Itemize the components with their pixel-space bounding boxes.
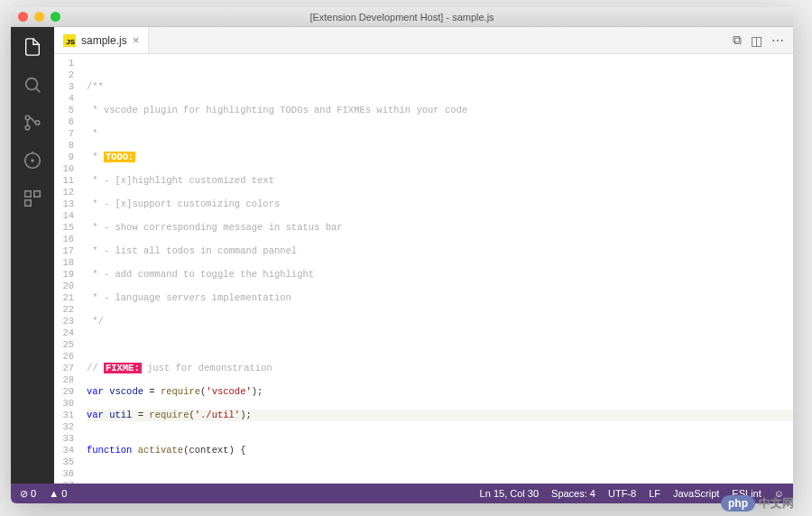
svg-point-2	[25, 115, 30, 120]
debug-icon[interactable]	[22, 150, 43, 171]
editor-window: [Extension Development Host] - sample.js…	[11, 7, 793, 503]
more-icon[interactable]: ⋯	[771, 33, 784, 48]
tab-sample-js[interactable]: JS sample.js ×	[54, 27, 149, 53]
line-number: 34	[54, 445, 74, 456]
todo-highlight: TODO:	[104, 152, 136, 162]
line-number: 6	[54, 116, 74, 128]
status-language[interactable]: JavaScript	[673, 488, 719, 499]
window-body: JS sample.js × ⧉ ◫ ⋯ 1234567891011121314…	[11, 27, 793, 484]
line-number: 28	[54, 374, 74, 386]
code-line: * - show corresponding message in status…	[87, 222, 343, 233]
line-number: 5	[54, 105, 74, 116]
code-line: * vscode plugin for highlighting TODOs a…	[87, 105, 467, 115]
svg-point-6	[32, 160, 33, 161]
code-area[interactable]: /** * vscode plugin for highlighting TOD…	[81, 54, 793, 484]
svg-rect-10	[34, 191, 40, 197]
traffic-lights	[18, 12, 60, 22]
tab-actions: ⧉ ◫ ⋯	[724, 27, 793, 53]
line-number: 7	[54, 128, 74, 140]
compare-icon[interactable]: ⧉	[733, 32, 742, 48]
line-number: 13	[54, 198, 74, 210]
search-icon[interactable]	[22, 74, 43, 96]
line-number: 11	[54, 175, 74, 187]
line-number: 19	[54, 269, 74, 281]
code-line: * - add command to toggle the highlight	[87, 269, 314, 280]
status-encoding[interactable]: UTF-8	[608, 488, 636, 499]
code-line: * - [x]support customizing colors	[87, 198, 280, 209]
line-number: 36	[54, 468, 74, 480]
line-number: 14	[54, 210, 74, 222]
line-number: 25	[54, 339, 74, 351]
tab-bar: JS sample.js × ⧉ ◫ ⋯	[54, 27, 793, 54]
status-warnings[interactable]: ▲ 0	[49, 488, 67, 499]
svg-point-4	[35, 121, 40, 125]
source-control-icon[interactable]	[22, 112, 43, 134]
status-indent[interactable]: Spaces: 4	[551, 488, 595, 499]
status-eol[interactable]: LF	[649, 488, 660, 499]
line-number: 26	[54, 351, 74, 363]
extensions-icon[interactable]	[22, 188, 43, 209]
code-line: */	[87, 316, 104, 327]
line-number: 2	[54, 69, 74, 81]
status-errors[interactable]: ⊘ 0	[20, 488, 36, 500]
line-number: 31	[54, 410, 74, 421]
svg-point-3	[25, 125, 30, 130]
line-number: 8	[54, 140, 74, 152]
line-number: 4	[54, 93, 74, 105]
code-line: * - [x]highlight customized text	[87, 175, 274, 186]
line-number: 1	[54, 58, 74, 69]
editor-main: JS sample.js × ⧉ ◫ ⋯ 1234567891011121314…	[54, 27, 793, 484]
active-line: var util = require('./util');	[87, 410, 793, 421]
watermark-logo: php 中文网	[721, 495, 794, 511]
line-number: 21	[54, 292, 74, 304]
line-number: 23	[54, 316, 74, 327]
code-line: * - list all todos in command pannel	[87, 245, 297, 256]
minimize-icon[interactable]	[34, 12, 44, 22]
close-icon[interactable]: ×	[133, 33, 140, 47]
line-number: 32	[54, 421, 74, 433]
line-number: 20	[54, 281, 74, 292]
line-number: 9	[54, 152, 74, 163]
js-file-icon: JS	[63, 34, 76, 47]
line-number: 12	[54, 187, 74, 198]
svg-rect-9	[25, 191, 31, 197]
activity-bar	[11, 27, 54, 484]
tab-label: sample.js	[81, 34, 127, 47]
status-bar: ⊘ 0 ▲ 0 Ln 15, Col 30 Spaces: 4 UTF-8 LF…	[11, 484, 793, 503]
line-number: 15	[54, 222, 74, 234]
code-line: *	[87, 128, 98, 139]
zoom-icon[interactable]	[51, 12, 60, 22]
svg-line-1	[36, 88, 41, 93]
explorer-icon[interactable]	[22, 36, 43, 58]
svg-rect-11	[25, 200, 31, 206]
watermark-text: 中文网	[759, 495, 794, 511]
line-number: 27	[54, 363, 74, 374]
line-number: 18	[54, 257, 74, 269]
php-icon: php	[721, 495, 755, 511]
line-number: 16	[54, 234, 74, 245]
code-line: /**	[87, 81, 104, 92]
fixme-highlight: FIXME:	[104, 363, 142, 373]
code-line: * - language servers implementation	[87, 292, 291, 303]
line-number: 35	[54, 456, 74, 468]
line-number: 17	[54, 245, 74, 257]
close-icon[interactable]	[18, 12, 28, 22]
line-number: 3	[54, 81, 74, 93]
svg-point-0	[26, 78, 38, 90]
line-gutter: 1234567891011121314151617181920212223242…	[54, 54, 81, 484]
line-number: 33	[54, 433, 74, 445]
titlebar[interactable]: [Extension Development Host] - sample.js	[11, 7, 793, 27]
code-editor[interactable]: 1234567891011121314151617181920212223242…	[54, 54, 793, 484]
line-number: 24	[54, 327, 74, 339]
line-number: 29	[54, 386, 74, 398]
status-cursor-pos[interactable]: Ln 15, Col 30	[480, 488, 539, 499]
window-title: [Extension Development Host] - sample.js	[11, 12, 793, 23]
split-icon[interactable]: ◫	[751, 33, 762, 48]
line-number: 10	[54, 163, 74, 175]
line-number: 22	[54, 304, 74, 316]
line-number: 30	[54, 398, 74, 410]
